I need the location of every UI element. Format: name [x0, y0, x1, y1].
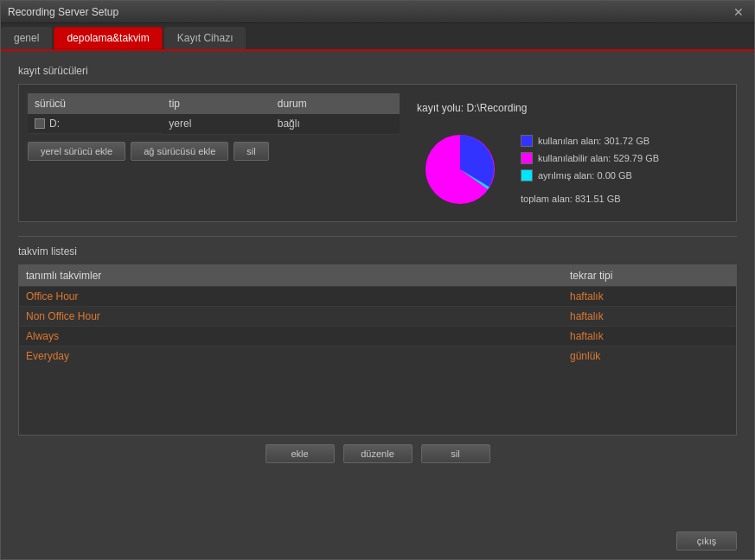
cal-row-2[interactable]: Always haftalık	[19, 326, 736, 346]
close-button[interactable]: ✕	[730, 5, 747, 19]
legend-available: kullanılabilir alan: 529.79 GB	[521, 152, 659, 164]
available-label: kullanılabilir alan: 529.79 GB	[538, 153, 659, 163]
calendar-table-header: tanımlı takvimler tekrar tipi	[19, 265, 736, 286]
used-color-box	[521, 135, 533, 147]
add-network-button[interactable]: ağ sürücüsü ekle	[131, 142, 228, 161]
calendar-buttons: ekle düzenle sil	[18, 444, 737, 463]
path-label: kayıt yolu:	[417, 102, 464, 114]
cal-type-3: günlük	[563, 347, 736, 366]
col-type: tip	[162, 93, 270, 114]
cal-name-0: Office Hour	[19, 287, 563, 306]
tab-genel[interactable]: genel	[1, 27, 52, 49]
col-drive: sürücü	[28, 93, 162, 114]
footer: çıkış	[1, 523, 754, 559]
drive-name-cell: D:	[28, 114, 162, 134]
col-status: durum	[271, 93, 400, 114]
add-local-button[interactable]: yerel sürücü ekle	[28, 142, 125, 161]
cal-name-3: Everyday	[19, 347, 563, 366]
calendar-section-title: takvim listesi	[18, 245, 737, 258]
drive-row[interactable]: D: yerel bağlı	[28, 114, 400, 134]
drive-info-area: kayıt yolu: D:\Recording	[417, 93, 727, 213]
tab-kayit[interactable]: Kayıt Cihazı	[164, 27, 246, 49]
cal-type-2: haftalık	[563, 327, 736, 346]
tab-depolama[interactable]: depolama&takvim	[54, 27, 162, 49]
path-line: kayıt yolu: D:\Recording	[417, 102, 727, 114]
cal-type-0: haftalık	[563, 287, 736, 306]
drive-section: kayıt sürücüleri sürücü tip durum	[18, 65, 737, 222]
legend-used: kullanılan alan: 301.72 GB	[521, 135, 659, 147]
reserved-color-box	[521, 169, 533, 181]
cal-empty-area	[19, 366, 736, 435]
cal-row-3[interactable]: Everyday günlük	[19, 346, 736, 366]
cal-delete-button[interactable]: sil	[421, 444, 490, 463]
calendar-table-area: tanımlı takvimler tekrar tipi Office Hou…	[18, 264, 737, 436]
cal-header-type: tekrar tipi	[563, 265, 736, 286]
cal-row-0[interactable]: Office Hour haftalık	[19, 286, 736, 306]
cal-header-name: tanımlı takvimler	[19, 265, 563, 286]
total-line: toplam alan: 831.51 GB	[521, 194, 659, 204]
title-bar: Recording Server Setup ✕	[1, 1, 754, 23]
window: Recording Server Setup ✕ genel depolama&…	[0, 0, 755, 560]
tab-bar: genel depolama&takvim Kayıt Cihazı	[1, 23, 754, 51]
chart-legend: kullanılan alan: 301.72 GB kullanılabili…	[521, 135, 659, 204]
divider	[18, 236, 737, 237]
window-title: Recording Server Setup	[8, 6, 118, 18]
path-value: D:\Recording	[466, 102, 527, 114]
cal-type-1: haftalık	[563, 307, 736, 326]
exit-button[interactable]: çıkış	[676, 531, 737, 550]
drive-table-area: sürücü tip durum D:	[28, 93, 400, 213]
cal-add-button[interactable]: ekle	[266, 444, 335, 463]
reserved-label: ayrılmış alan: 0.00 GB	[538, 170, 632, 181]
used-label: kullanılan alan: 301.72 GB	[538, 136, 649, 146]
delete-drive-button[interactable]: sil	[234, 142, 268, 161]
drive-checkbox[interactable]	[35, 118, 45, 129]
drive-content: sürücü tip durum D:	[28, 93, 727, 213]
total-label: toplam alan: 831.51 GB	[521, 194, 621, 204]
cal-name-1: Non Office Hour	[19, 307, 563, 326]
drive-status-cell: bağlı	[271, 114, 400, 134]
calendar-section: takvim listesi tanımlı takvimler tekrar …	[18, 245, 737, 463]
cal-edit-button[interactable]: düzenle	[343, 444, 413, 463]
drive-table: sürücü tip durum D:	[28, 93, 400, 135]
cal-row-1[interactable]: Non Office Hour haftalık	[19, 306, 736, 326]
main-content: kayıt sürücüleri sürücü tip durum	[1, 51, 754, 523]
drive-section-box: sürücü tip durum D:	[18, 84, 737, 222]
drive-section-title: kayıt sürücüleri	[18, 65, 737, 77]
available-color-box	[521, 152, 533, 164]
chart-area: kullanılan alan: 301.72 GB kullanılabili…	[417, 126, 727, 213]
legend-reserved: ayrılmış alan: 0.00 GB	[521, 169, 659, 181]
drive-type-cell: yerel	[162, 114, 270, 134]
drive-buttons: yerel sürücü ekle ağ sürücüsü ekle sil	[28, 142, 400, 161]
cal-name-2: Always	[19, 327, 563, 346]
pie-chart	[417, 126, 503, 213]
